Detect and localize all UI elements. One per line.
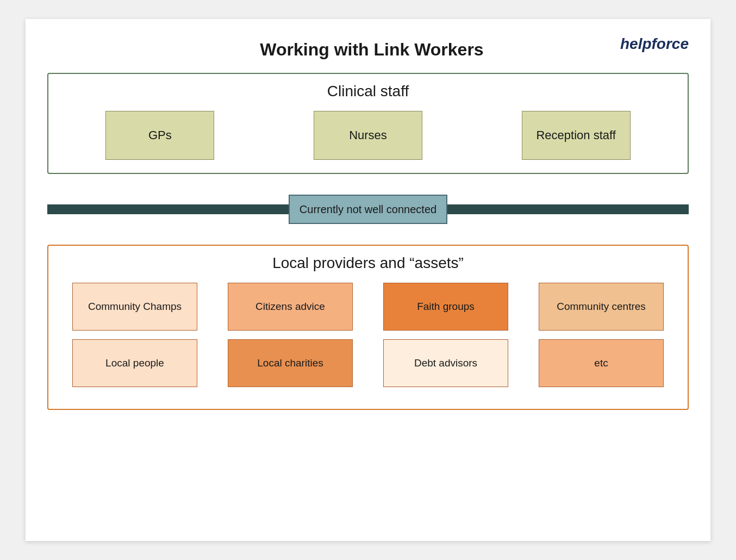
local-title: Local providers and “assets”	[61, 254, 675, 272]
local-row-2: Local people Local charities Debt adviso…	[61, 339, 675, 387]
clinical-title: Clinical staff	[61, 83, 675, 100]
header: Working with Link Workers helpforce	[47, 35, 689, 60]
clinical-box-reception: Reception staff	[522, 111, 631, 160]
clinical-box-gps: GPs	[105, 111, 214, 160]
local-box-citizens-advice: Citizens advice	[228, 283, 353, 331]
clinical-section: Clinical staff GPs Nurses Reception staf…	[47, 73, 689, 174]
logo-regular: help	[620, 35, 652, 52]
local-row-1: Community Champs Citizens advice Faith g…	[61, 283, 675, 331]
clinical-boxes-row: GPs Nurses Reception staff	[61, 111, 675, 160]
local-box-local-people: Local people	[72, 339, 197, 387]
local-box-local-charities: Local charities	[228, 339, 353, 387]
logo: helpforce	[620, 35, 689, 53]
logo-italic: force	[652, 35, 689, 52]
local-box-community-champs: Community Champs	[72, 283, 197, 331]
slide: Working with Link Workers helpforce Clin…	[26, 19, 710, 541]
divider-section: Currently not well connected	[47, 190, 689, 228]
local-box-faith-groups: Faith groups	[383, 283, 508, 331]
clinical-box-nurses: Nurses	[314, 111, 422, 160]
local-section: Local providers and “assets” Community C…	[47, 245, 689, 410]
local-box-debt-advisors: Debt advisors	[383, 339, 508, 387]
divider-label: Currently not well connected	[289, 195, 447, 224]
local-box-community-centres: Community centres	[539, 283, 664, 331]
local-box-etc: etc	[539, 339, 664, 387]
main-title: Working with Link Workers	[134, 35, 609, 60]
